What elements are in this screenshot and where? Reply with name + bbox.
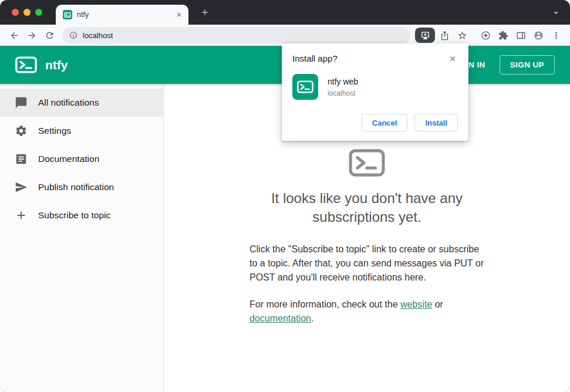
- extensions-menu-button[interactable]: [495, 27, 511, 43]
- new-tab-button[interactable]: [198, 6, 211, 19]
- article-icon: [15, 153, 28, 165]
- documentation-link[interactable]: documentation: [249, 313, 311, 323]
- refresh-button[interactable]: [41, 27, 58, 43]
- tab-list-chevron-icon[interactable]: [550, 7, 562, 19]
- ntfy-logo-outline-icon: [349, 148, 385, 180]
- sidebar-item-subscribe-to-topic[interactable]: Subscribe to topic: [0, 201, 163, 229]
- sidebar-item-label: Publish notification: [38, 182, 114, 192]
- side-panel-button[interactable]: [512, 27, 529, 43]
- minimize-window-button[interactable]: [23, 9, 31, 16]
- website-link[interactable]: website: [400, 299, 432, 309]
- install-button[interactable]: Install: [414, 114, 458, 131]
- install-pwa-icon: [420, 31, 430, 40]
- sidebar-item-label: All notifications: [38, 97, 99, 108]
- browser-titlebar: ntfy: [0, 0, 570, 25]
- dialog-close-icon[interactable]: [447, 53, 458, 64]
- chat-bubble-icon: [15, 96, 28, 109]
- puzzle-icon: [498, 31, 508, 40]
- address-bar[interactable]: localhost: [62, 27, 410, 43]
- tab-close-icon[interactable]: [174, 10, 184, 19]
- sign-up-button[interactable]: SIGN UP: [500, 55, 555, 75]
- install-app-omnibox-button[interactable]: [415, 28, 435, 43]
- toolbar-extensions-group: [477, 27, 564, 43]
- cancel-button[interactable]: Cancel: [362, 114, 408, 131]
- install-dialog-actions: Cancel Install: [292, 114, 458, 131]
- share-icon: [440, 31, 450, 40]
- forward-button[interactable]: [23, 27, 40, 43]
- profile-avatar-button[interactable]: [530, 27, 547, 43]
- install-dialog-app-row: ntfy web localhost: [292, 74, 458, 100]
- sidebar-item-label: Subscribe to topic: [38, 210, 110, 221]
- address-text: localhost: [83, 31, 113, 40]
- ntfy-app-icon: [292, 74, 318, 100]
- install-dialog-header: Install app?: [292, 53, 458, 64]
- tab-title: ntfy: [77, 11, 170, 19]
- sidebar-item-settings[interactable]: Settings: [0, 117, 163, 145]
- ntfy-logo-icon: [15, 56, 37, 73]
- plus-icon: [15, 209, 28, 222]
- site-info-icon[interactable]: [69, 31, 77, 39]
- sidebar-item-publish-notification[interactable]: Publish notification: [0, 173, 163, 201]
- sidebar-item-documentation[interactable]: Documentation: [0, 145, 163, 173]
- app-title: ntfy: [45, 58, 68, 72]
- star-outline-icon: [457, 31, 467, 40]
- send-icon: [15, 181, 28, 194]
- app-name: ntfy web: [328, 77, 358, 86]
- more-info-text: For more information, check out the: [249, 299, 400, 309]
- more-info-text: or: [432, 299, 443, 309]
- extension-circle-button[interactable]: [477, 27, 494, 43]
- zoom-window-button[interactable]: [35, 9, 42, 16]
- app-origin: localhost: [328, 89, 358, 97]
- share-button[interactable]: [436, 27, 453, 43]
- sidebar-navigation: All notifications Settings Documentation…: [0, 84, 164, 392]
- browser-toolbar: localhost: [0, 25, 570, 46]
- empty-state-more-info: For more information, check out the webs…: [249, 298, 484, 326]
- install-app-dialog: Install app? ntfy web localhost Cancel I…: [282, 43, 468, 141]
- kebab-menu-icon: [551, 31, 561, 40]
- back-button[interactable]: [6, 27, 22, 43]
- window-controls: [12, 9, 42, 16]
- empty-state-body: Click the "Subscribe to topic" link to c…: [249, 242, 484, 285]
- browser-window: ntfy localhost: [0, 0, 570, 392]
- app-identity: ntfy web localhost: [328, 77, 358, 97]
- ntfy-favicon-icon: [63, 10, 72, 19]
- extension-circle-icon: [481, 31, 491, 40]
- browser-menu-button[interactable]: [548, 27, 564, 43]
- sidebar-item-label: Documentation: [38, 154, 99, 164]
- sidebar-item-label: Settings: [38, 126, 71, 136]
- side-panel-icon: [516, 31, 526, 40]
- browser-tab-ntfy[interactable]: ntfy: [56, 5, 188, 25]
- close-window-button[interactable]: [12, 9, 19, 16]
- sidebar-item-all-notifications[interactable]: All notifications: [0, 89, 163, 117]
- install-dialog-title: Install app?: [292, 53, 338, 63]
- empty-state: It looks like you don't have any subscri…: [249, 180, 484, 326]
- more-info-text: .: [311, 313, 313, 323]
- avatar-icon: [534, 31, 544, 40]
- empty-state-heading: It looks like you don't have any subscri…: [249, 189, 484, 227]
- bookmark-star-button[interactable]: [454, 27, 470, 43]
- gear-icon: [15, 124, 28, 137]
